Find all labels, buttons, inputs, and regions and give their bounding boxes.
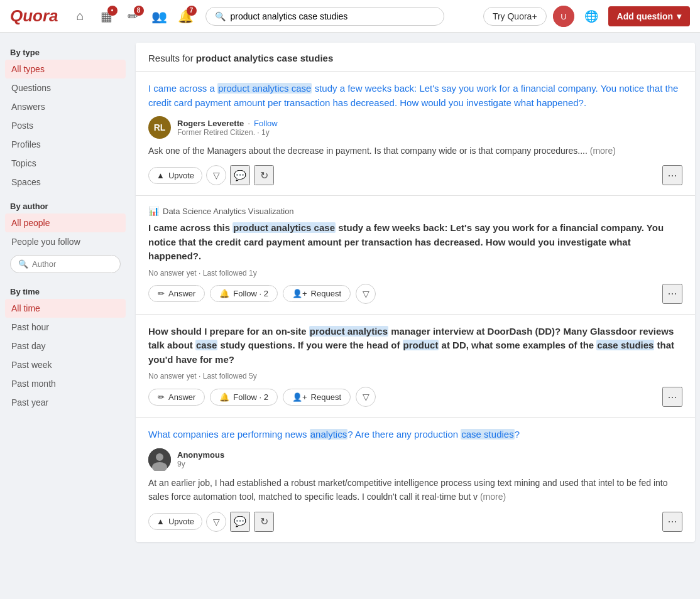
downvote-button-1[interactable]: ▽ xyxy=(206,165,226,185)
author-name-1[interactable]: Rogers Leverette xyxy=(177,119,244,128)
upvote-button-4[interactable]: ▲ Upvote xyxy=(148,513,202,530)
author-filter-all-people[interactable]: All people xyxy=(5,213,126,232)
more-options-button-1[interactable]: ··· xyxy=(662,165,682,185)
author-search: 🔍 xyxy=(10,255,121,273)
type-filter-all-types[interactable]: All types xyxy=(5,60,126,78)
author-info-1: Rogers Leverette · Follow Former Retired… xyxy=(177,118,278,137)
more-options-button-3[interactable]: ··· xyxy=(662,387,682,407)
answer-snippet-1: Ask one of the Managers about the decrea… xyxy=(148,144,682,158)
author-info-4: Anonymous 9y xyxy=(177,450,224,468)
svg-point-3 xyxy=(156,453,163,461)
author-meta-1: Former Retired Citizen. · 1y xyxy=(177,128,278,137)
bell-nav-button[interactable]: 🔔 7 xyxy=(174,4,198,28)
avatar[interactable]: U xyxy=(553,6,574,27)
by-author-label: By author xyxy=(5,197,126,213)
result-item: I came across a product analytics case s… xyxy=(136,72,695,196)
time-filter-past-day[interactable]: Past day xyxy=(5,337,126,355)
more-options-button-2[interactable]: ··· xyxy=(662,284,682,304)
type-filter-answers[interactable]: Answers xyxy=(5,97,126,116)
author-filter-people-you-follow[interactable]: People you follow xyxy=(5,232,126,251)
type-filter-spaces[interactable]: Spaces xyxy=(5,173,126,192)
comment-button-1[interactable]: 💬 xyxy=(230,165,250,185)
results-wrapper: Results for product analytics case studi… xyxy=(136,43,695,542)
author-row-4: Anonymous 9y xyxy=(148,448,682,471)
author-search-icon: 🔍 xyxy=(18,259,28,269)
request-button-3[interactable]: 👤+ Request xyxy=(283,389,351,406)
chevron-down-icon: ▾ xyxy=(677,11,681,21)
type-filter-questions[interactable]: Questions xyxy=(5,78,126,97)
sidebar: By type All types Questions Answers Post… xyxy=(0,43,131,542)
answer-snippet-4: At an earlier job, I had established a r… xyxy=(148,476,682,504)
edit-nav-button[interactable]: ✏ 8 xyxy=(121,4,145,28)
globe-button[interactable]: 🌐 xyxy=(581,6,602,27)
results-query: product analytics case studies xyxy=(196,53,333,63)
upvote-icon-4: ▲ xyxy=(156,517,165,526)
result-item: How should I prepare for an on-site prod… xyxy=(136,315,695,418)
header-right: Try Quora+ U 🌐 Add question ▾ xyxy=(483,6,690,27)
downvote-button-4[interactable]: ▽ xyxy=(206,512,226,532)
try-plus-button[interactable]: Try Quora+ xyxy=(483,7,547,26)
add-question-button[interactable]: Add question ▾ xyxy=(608,6,690,26)
author-avatar-1: RL xyxy=(148,116,171,139)
home-nav-button[interactable]: ⌂ xyxy=(68,4,92,28)
time-filter-past-hour[interactable]: Past hour xyxy=(5,318,126,337)
action-row-1: ▲ Upvote ▽ 💬 ↻ ··· xyxy=(148,165,682,185)
more-options-button-4[interactable]: ··· xyxy=(662,512,682,532)
author-search-input[interactable] xyxy=(32,259,112,269)
highlight: analytics xyxy=(310,429,347,440)
time-filter-past-month[interactable]: Past month xyxy=(5,374,126,393)
share-button-4[interactable]: ↻ xyxy=(254,512,274,532)
share-button-1[interactable]: ↻ xyxy=(254,165,274,185)
question-title-3[interactable]: How should I prepare for an on-site prod… xyxy=(148,325,682,367)
svg-text:U: U xyxy=(561,12,566,21)
type-filter-profiles[interactable]: Profiles xyxy=(5,135,126,154)
answer-button-2[interactable]: ✏ Answer xyxy=(148,285,205,302)
type-filter-topics[interactable]: Topics xyxy=(5,154,126,173)
downvote-button-2[interactable]: ▽ xyxy=(356,284,376,304)
answer-title-4[interactable]: What companies are performing news analy… xyxy=(148,428,682,442)
content-area: Results for product analytics case studi… xyxy=(131,43,700,542)
space-name-2[interactable]: Data Science Analytics Visualization xyxy=(163,207,294,216)
upvote-button-1[interactable]: ▲ Upvote xyxy=(148,167,202,184)
space-flag-icon: 📊 xyxy=(148,206,159,216)
more-link-4[interactable]: (more) xyxy=(480,492,506,502)
time-filter-all-time[interactable]: All time xyxy=(5,299,126,318)
more-link-1[interactable]: (more) xyxy=(590,146,616,156)
type-filter-posts[interactable]: Posts xyxy=(5,116,126,135)
follow-button-3[interactable]: 🔔 Follow · 2 xyxy=(210,389,278,406)
highlight: case studies xyxy=(596,340,654,350)
results-prefix: Results for xyxy=(148,53,196,63)
by-type-label: By type xyxy=(5,43,126,60)
question-title-2[interactable]: I came across this product analytics cas… xyxy=(148,221,682,264)
search-input[interactable] xyxy=(231,11,435,21)
answer-title-1[interactable]: I came across a product analytics case s… xyxy=(148,82,682,110)
follow-button-2[interactable]: 🔔 Follow · 2 xyxy=(210,285,278,302)
search-icon: 🔍 xyxy=(215,11,226,21)
people-nav-button[interactable]: 👥 xyxy=(148,4,172,28)
question-meta-3: No answer yet · Last followed 5y xyxy=(148,372,682,380)
question-actions-2: ✏ Answer 🔔 Follow · 2 👤+ Request ▽ ··· xyxy=(148,284,682,304)
by-time-label: By time xyxy=(5,282,126,299)
follow-icon: 🔔 xyxy=(219,392,229,402)
comment-button-4[interactable]: 💬 xyxy=(230,512,250,532)
nav-icons: ⌂ ▦ • ✏ 8 👥 🔔 7 xyxy=(68,4,198,28)
header: Quora ⌂ ▦ • ✏ 8 👥 🔔 7 🔍 Try Quora+ U 🌐 A… xyxy=(0,0,700,33)
results-header: Results for product analytics case studi… xyxy=(136,43,695,72)
bell-badge: 7 xyxy=(187,6,197,16)
highlight: product analytics case xyxy=(232,222,336,233)
time-filter-past-week[interactable]: Past week xyxy=(5,355,126,374)
time-filter-past-year[interactable]: Past year xyxy=(5,393,126,412)
request-button-2[interactable]: 👤+ Request xyxy=(283,285,351,302)
author-name-4: Anonymous xyxy=(177,450,224,460)
highlight: product analytics xyxy=(309,326,388,337)
answer-button-3[interactable]: ✏ Answer xyxy=(148,389,205,406)
feed-nav-button[interactable]: ▦ • xyxy=(95,4,119,28)
downvote-button-3[interactable]: ▽ xyxy=(356,387,376,407)
request-icon: 👤+ xyxy=(292,392,307,402)
follow-link-1[interactable]: Follow xyxy=(254,119,278,128)
request-icon: 👤+ xyxy=(292,289,307,298)
question-meta-2: No answer yet · Last followed 1y xyxy=(148,269,682,278)
quora-logo[interactable]: Quora xyxy=(10,6,58,26)
author-meta-4: 9y xyxy=(177,460,224,468)
highlight: case xyxy=(195,340,217,350)
